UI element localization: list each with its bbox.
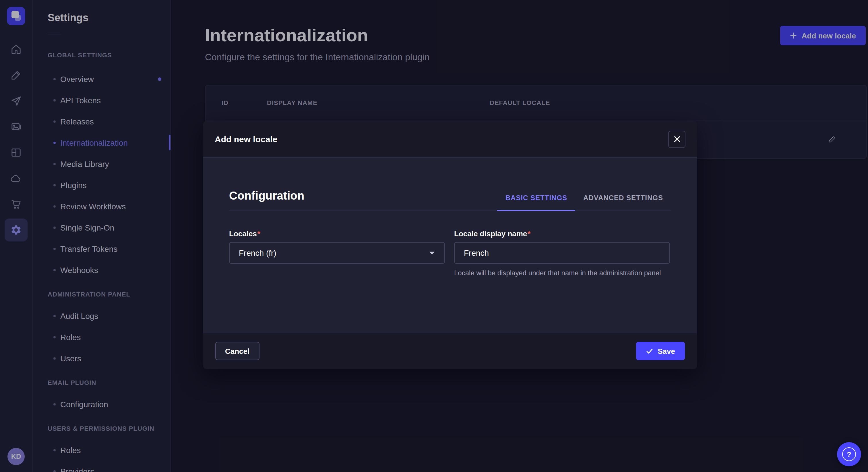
display-name-field: Locale display name* Locale will be disp… — [454, 229, 670, 278]
display-name-label: Locale display name* — [454, 229, 670, 239]
modal-title: Add new locale — [215, 134, 277, 144]
chevron-down-icon — [429, 251, 435, 255]
app-window: KD Settings GLOBAL SETTINGS Overview API… — [0, 0, 868, 472]
modal-header: Add new locale — [203, 121, 697, 158]
locales-label-text: Locales — [229, 229, 257, 238]
cancel-button[interactable]: Cancel — [215, 342, 259, 360]
question-mark-icon: ? — [842, 447, 856, 461]
modal-footer: Cancel Save — [203, 333, 697, 369]
locales-select-value: French (fr) — [239, 248, 276, 258]
save-button[interactable]: Save — [636, 342, 685, 360]
required-asterisk: * — [257, 229, 260, 238]
close-icon — [674, 136, 680, 142]
form-fields: Locales* French (fr) Locale display name… — [229, 229, 671, 278]
tab-advanced-settings[interactable]: ADVANCED SETTINGS — [575, 194, 671, 211]
add-new-locale-modal: Add new locale Configuration BASIC SETTI… — [203, 121, 697, 369]
save-button-label: Save — [658, 347, 675, 355]
locale-display-name-input[interactable] — [464, 248, 660, 258]
locales-field: Locales* French (fr) — [229, 229, 445, 278]
required-asterisk: * — [528, 229, 530, 238]
locales-label: Locales* — [229, 229, 445, 239]
display-name-label-text: Locale display name — [454, 229, 527, 238]
locales-select[interactable]: French (fr) — [229, 242, 445, 264]
help-button[interactable]: ? — [837, 442, 861, 466]
modal-close-button[interactable] — [668, 131, 685, 148]
tab-basic-settings[interactable]: BASIC SETTINGS — [497, 194, 575, 211]
settings-tabs: BASIC SETTINGS ADVANCED SETTINGS — [497, 194, 671, 210]
section-title-configuration: Configuration — [229, 189, 304, 202]
display-name-input-wrapper — [454, 242, 670, 264]
modal-body: Configuration BASIC SETTINGS ADVANCED SE… — [203, 158, 697, 333]
check-icon — [646, 347, 653, 355]
configuration-row: Configuration BASIC SETTINGS ADVANCED SE… — [229, 158, 671, 211]
display-name-hint: Locale will be displayed under that name… — [454, 268, 670, 278]
